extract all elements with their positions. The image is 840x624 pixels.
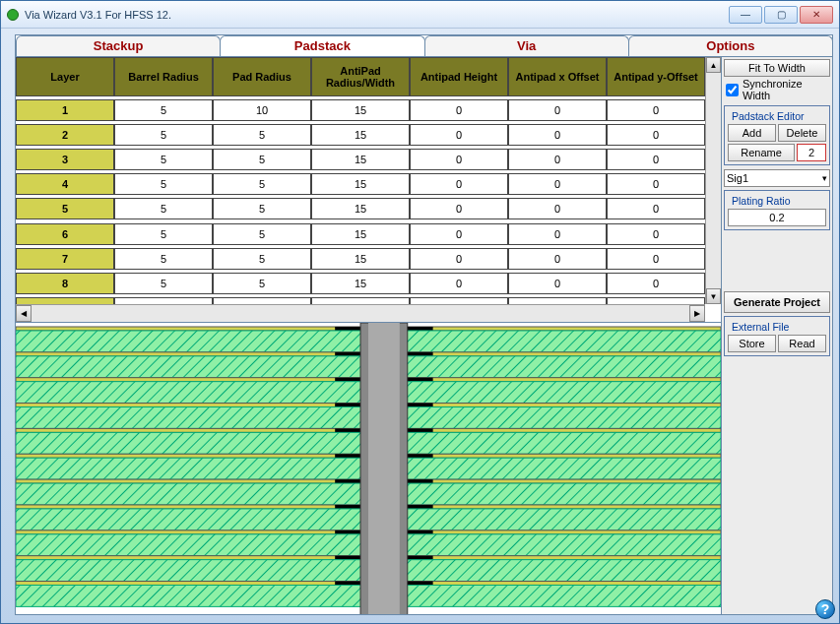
client-area: Stackup Padstack Via Options LayerBarrel…: [15, 34, 833, 615]
grid-cell[interactable]: 5: [114, 198, 213, 219]
grid-cell[interactable]: 5: [114, 149, 213, 170]
grid-horizontal-scrollbar[interactable]: ◀ ▶: [16, 304, 705, 322]
grid-cell[interactable]: 0: [607, 198, 705, 219]
grid-cell[interactable]: 0: [410, 273, 508, 294]
grid-cell[interactable]: 0: [508, 173, 607, 195]
grid-cell[interactable]: 0: [607, 124, 705, 146]
grid-cell[interactable]: 15: [311, 149, 410, 170]
grid-cell[interactable]: 15: [311, 198, 410, 219]
grid-cell[interactable]: 15: [311, 223, 410, 245]
grid-cell[interactable]: 0: [607, 248, 705, 270]
column-header: Antipad y-Offset: [607, 57, 705, 96]
grid-cell[interactable]: 5: [213, 173, 311, 195]
grid-cell[interactable]: 5: [114, 273, 213, 294]
scroll-left-icon[interactable]: ◀: [16, 305, 32, 322]
row-header: 5: [16, 198, 114, 219]
grid-cell[interactable]: 10: [213, 99, 311, 121]
tab-strip: Stackup Padstack Via Options: [16, 35, 832, 57]
grid-cell[interactable]: 0: [410, 173, 508, 195]
grid-cell[interactable]: 5: [114, 248, 213, 270]
grid-cell[interactable]: 0: [607, 173, 705, 195]
sync-width-check[interactable]: [726, 84, 739, 96]
workarea: LayerBarrel RadiusPad RadiusAntiPad Radi…: [16, 57, 832, 614]
grid-cell[interactable]: 5: [213, 223, 311, 245]
padstack-grid-wrap: LayerBarrel RadiusPad RadiusAntiPad Radi…: [16, 57, 721, 323]
grid-cell[interactable]: 0: [410, 223, 508, 245]
grid-cell[interactable]: 15: [311, 173, 410, 195]
column-header: Antipad x Offset: [508, 57, 607, 96]
close-button[interactable]: ✕: [800, 6, 833, 24]
scroll-up-icon[interactable]: ▲: [706, 57, 721, 73]
grid-cell[interactable]: 0: [410, 149, 508, 170]
grid-cell[interactable]: 5: [114, 173, 213, 195]
maximize-button[interactable]: ▢: [764, 6, 798, 24]
padstack-count: 2: [797, 144, 826, 161]
scroll-track[interactable]: [32, 305, 689, 322]
grid-cell[interactable]: 0: [410, 248, 508, 270]
rename-button[interactable]: Rename: [728, 144, 795, 161]
scroll-down-icon[interactable]: ▼: [706, 288, 721, 304]
grid-cell[interactable]: 5: [114, 99, 213, 121]
column-header: Pad Radius: [213, 57, 311, 96]
signal-select[interactable]: Sig1: [724, 169, 830, 187]
store-button[interactable]: Store: [728, 335, 776, 352]
grid-cell[interactable]: 15: [311, 273, 410, 294]
grid-cell[interactable]: 0: [607, 273, 705, 294]
generate-project-button[interactable]: Generate Project: [724, 291, 830, 313]
external-file-fieldset: External File Store Read: [724, 316, 830, 356]
plating-ratio-fieldset: Plating Ratio: [724, 190, 830, 230]
grid-vertical-scrollbar[interactable]: ▲ ▼: [705, 57, 721, 304]
grid-cell[interactable]: 0: [508, 198, 607, 219]
grid-cell[interactable]: 5: [213, 149, 311, 170]
grid-cell[interactable]: 0: [508, 273, 607, 294]
grid-cell[interactable]: 5: [213, 198, 311, 219]
sync-width-label: Synchronize Width: [743, 78, 828, 101]
grid-cell[interactable]: 0: [508, 124, 607, 146]
grid-cell[interactable]: 0: [508, 223, 607, 245]
fit-to-width-button[interactable]: Fit To Width: [724, 59, 830, 77]
padstack-grid: LayerBarrel RadiusPad RadiusAntiPad Radi…: [16, 57, 721, 322]
row-header: 4: [16, 173, 114, 195]
grid-cell[interactable]: 15: [311, 99, 410, 121]
grid-cell[interactable]: 5: [213, 273, 311, 294]
grid-cell[interactable]: 0: [508, 248, 607, 270]
row-header: 1: [16, 99, 114, 121]
app-icon: [7, 9, 19, 21]
grid-cell[interactable]: 15: [311, 248, 410, 270]
tab-padstack[interactable]: Padstack: [220, 35, 424, 56]
scroll-right-icon[interactable]: ▶: [689, 305, 705, 322]
grid-cell[interactable]: 0: [607, 223, 705, 245]
grid-cell[interactable]: 5: [213, 248, 311, 270]
padstack-editor-fieldset: Padstack Editor Add Delete Rename 2: [724, 105, 830, 165]
grid-cell[interactable]: 0: [508, 99, 607, 121]
plating-ratio-input[interactable]: [728, 209, 826, 226]
tab-stackup[interactable]: Stackup: [16, 35, 221, 56]
row-header: 2: [16, 124, 114, 146]
grid-cell[interactable]: 5: [114, 124, 213, 146]
via-preview: [16, 323, 721, 614]
grid-cell[interactable]: 5: [114, 223, 213, 245]
grid-cell[interactable]: 0: [607, 99, 705, 121]
tab-options[interactable]: Options: [628, 35, 833, 56]
synchronize-width-checkbox[interactable]: Synchronize Width: [724, 77, 830, 102]
grid-cell[interactable]: 0: [607, 149, 705, 170]
row-header: 7: [16, 248, 114, 270]
column-header: AntiPad Radius/Width: [311, 57, 410, 96]
tab-via[interactable]: Via: [424, 35, 629, 56]
minimize-button[interactable]: —: [729, 6, 762, 24]
via-cross-section: [16, 323, 721, 614]
plating-ratio-legend: Plating Ratio: [730, 195, 793, 207]
column-header: Barrel Radius: [114, 57, 213, 96]
grid-cell[interactable]: 0: [410, 198, 508, 219]
grid-cell[interactable]: 5: [213, 124, 311, 146]
app-window: Via Wizard V3.1 For HFSS 12. — ▢ ✕ Stack…: [0, 0, 840, 624]
help-icon[interactable]: ?: [815, 599, 835, 619]
grid-cell[interactable]: 0: [508, 149, 607, 170]
grid-cell[interactable]: 0: [410, 99, 508, 121]
add-button[interactable]: Add: [728, 124, 776, 142]
read-button[interactable]: Read: [778, 335, 826, 352]
grid-cell[interactable]: 0: [410, 124, 508, 146]
column-header: Layer: [16, 57, 114, 96]
delete-button[interactable]: Delete: [778, 124, 826, 142]
grid-cell[interactable]: 15: [311, 124, 410, 146]
